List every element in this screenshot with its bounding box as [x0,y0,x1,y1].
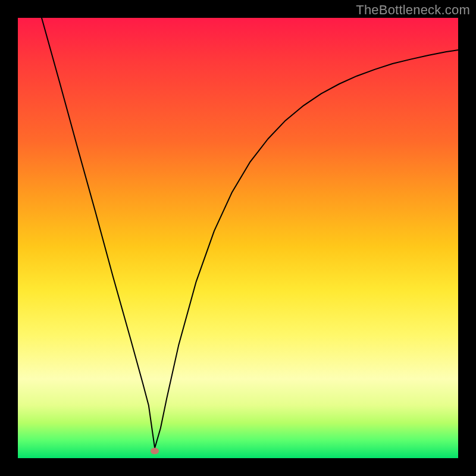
optimal-point-marker [151,448,159,455]
watermark-text: TheBottleneck.com [356,2,470,18]
plot-area [18,18,458,458]
chart-frame: TheBottleneck.com [0,0,476,476]
bottleneck-curve [18,18,458,458]
